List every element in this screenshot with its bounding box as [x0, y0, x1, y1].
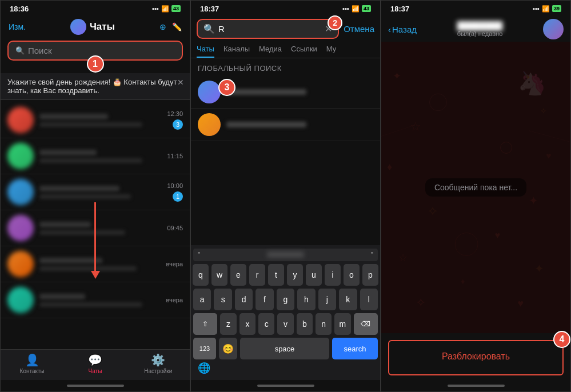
keyboard-row-3: ⇧ z x c v b n m ⌫	[193, 313, 378, 335]
back-chevron-icon: ‹	[388, 25, 391, 34]
chat-time: 12:30	[167, 110, 183, 117]
tab-media-search[interactable]: Медиа	[259, 45, 282, 58]
key-s[interactable]: s	[214, 289, 231, 310]
key-numbers[interactable]: 123	[193, 338, 216, 359]
chat-avatar	[7, 287, 34, 313]
unblock-button-wrapper[interactable]: Разблокировать	[388, 340, 564, 375]
globe-icon[interactable]: 🌐	[198, 362, 210, 374]
chat-info	[39, 222, 161, 235]
spacer	[191, 141, 380, 245]
key-m[interactable]: m	[334, 313, 350, 335]
cancel-search-button[interactable]: Отмена	[344, 24, 374, 34]
chat-header-center: ████████ был(а) недавно	[421, 21, 538, 37]
key-d[interactable]: d	[235, 289, 253, 310]
svg-text:✧: ✧	[416, 295, 426, 310]
chat-preview	[39, 302, 142, 307]
key-emoji[interactable]: 😊	[219, 338, 237, 359]
key-g[interactable]: g	[277, 289, 294, 310]
key-u[interactable]: u	[306, 264, 322, 286]
wifi-icon-1: 📶	[161, 5, 169, 13]
svg-text:✦: ✦	[529, 194, 538, 207]
chats-title-text: Чаты	[90, 21, 115, 33]
home-indicator-1	[1, 380, 190, 391]
unblock-section: Разблокировать 4	[381, 333, 570, 380]
search-result-1[interactable]	[191, 76, 380, 109]
status-time-1: 18:36	[10, 5, 29, 13]
tab-chats-search[interactable]: Чаты	[197, 45, 214, 58]
tab-channels-search[interactable]: Каналы	[223, 45, 250, 58]
key-q[interactable]: q	[193, 264, 209, 286]
key-r[interactable]: r	[249, 264, 265, 286]
key-c[interactable]: c	[258, 313, 274, 335]
key-delete[interactable]: ⌫	[354, 313, 378, 335]
search-result-2[interactable]	[191, 109, 380, 141]
header-right-buttons[interactable]: ⊕ ✏️	[159, 22, 182, 31]
key-v[interactable]: v	[277, 313, 293, 335]
search-results: 3	[191, 76, 380, 141]
key-b[interactable]: b	[297, 313, 313, 335]
unread-badge: 1	[173, 191, 183, 202]
chat-info	[39, 258, 161, 271]
key-x[interactable]: x	[239, 313, 255, 335]
unblock-button[interactable]: Разблокировать	[396, 346, 556, 367]
chat-item[interactable]: 12:30 3	[1, 102, 190, 138]
unread-badge: 3	[173, 119, 183, 130]
key-f[interactable]: f	[255, 289, 273, 310]
key-y[interactable]: y	[287, 264, 303, 286]
tab-mu-search[interactable]: Му	[326, 45, 336, 58]
svg-point-14	[429, 94, 446, 111]
chat-name	[39, 114, 108, 119]
key-w[interactable]: w	[211, 264, 227, 286]
close-birthday[interactable]: ✕	[177, 78, 184, 87]
result-name-2	[226, 122, 306, 127]
key-i[interactable]: i	[325, 264, 341, 286]
contacts-icon: 👤	[25, 353, 39, 367]
key-a[interactable]: a	[193, 289, 211, 310]
tab-links-search[interactable]: Ссылки	[291, 45, 317, 58]
chat-avatar	[7, 215, 34, 241]
status-icons-2: ▪▪▪ 📶 43	[342, 5, 371, 13]
chat-time: вчера	[166, 261, 183, 267]
signal-icon-2: ▪▪▪	[342, 5, 349, 12]
chat-item[interactable]: 11:15	[1, 138, 190, 174]
chat-list: 12:30 3 11:15 10:00 1	[1, 102, 190, 349]
key-h[interactable]: h	[297, 289, 315, 310]
chat-meta: 11:15	[167, 153, 183, 159]
edit-button[interactable]: Изм.	[9, 22, 26, 31]
key-o[interactable]: o	[344, 264, 360, 286]
key-j[interactable]: j	[318, 289, 336, 310]
key-t[interactable]: t	[268, 264, 284, 286]
search-bar-container: 🔍 Поиск 1	[1, 38, 190, 64]
tab-settings[interactable]: ⚙️ Настройки	[127, 353, 190, 374]
compose-icon[interactable]: ⊕	[159, 22, 166, 31]
chat-user-avatar[interactable]	[543, 19, 564, 39]
chat-meta: 12:30 3	[167, 110, 183, 130]
edit-label[interactable]: Изм.	[9, 22, 26, 31]
search-input-box[interactable]: 🔍 R ✕ 2	[197, 19, 339, 39]
key-shift[interactable]: ⇧	[193, 313, 217, 335]
key-p[interactable]: p	[362, 264, 378, 286]
key-z[interactable]: z	[220, 313, 236, 335]
chat-item[interactable]: вчера	[1, 282, 190, 318]
edit-icon[interactable]: ✏️	[172, 22, 182, 31]
svg-text:♥: ♥	[546, 151, 551, 161]
keyboard: " XXXXXXXX " q w e r t y u i o p a s d f…	[191, 245, 380, 380]
key-k[interactable]: k	[339, 289, 357, 310]
svg-text:✦: ✦	[534, 262, 544, 275]
tab-contacts[interactable]: 👤 Контакты	[1, 353, 63, 374]
key-e[interactable]: e	[230, 264, 246, 286]
panel-3: 18:37 ▪▪▪ 📶 39 ‹ Назад ████████ был(а) н…	[381, 0, 571, 392]
contacts-label: Контакты	[20, 368, 45, 374]
chat-info	[39, 114, 161, 127]
keyboard-row-2: a s d f g h j k l	[193, 289, 378, 310]
key-l[interactable]: l	[360, 289, 378, 310]
tab-chats[interactable]: 💬 Чаты	[63, 353, 126, 374]
chat-info	[39, 150, 161, 163]
key-n[interactable]: n	[316, 313, 332, 335]
key-space[interactable]: space	[240, 338, 329, 359]
search-input-text[interactable]: R	[218, 24, 321, 34]
key-search[interactable]: search	[332, 338, 378, 359]
chat-avatar	[7, 251, 34, 277]
svg-point-16	[455, 233, 478, 256]
back-button[interactable]: ‹ Назад	[388, 25, 417, 34]
